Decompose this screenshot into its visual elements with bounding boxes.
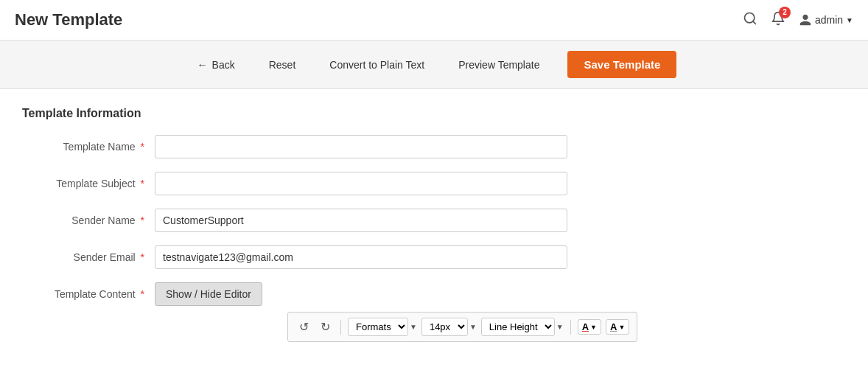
sender-email-label: Sender Email *: [22, 251, 155, 263]
toolbar-separator-1: [340, 320, 341, 335]
line-height-select[interactable]: Line Height: [481, 318, 555, 336]
page-header: New Template 2 admin ▼: [0, 0, 868, 41]
template-subject-input[interactable]: [155, 172, 567, 195]
template-name-input[interactable]: [155, 135, 567, 158]
svg-line-1: [753, 21, 756, 24]
save-button[interactable]: Save Template: [567, 51, 676, 78]
required-star-4: *: [141, 251, 144, 263]
preview-label: Preview Template: [458, 59, 539, 71]
reset-label: Reset: [269, 59, 296, 71]
bg-color-button[interactable]: A ▼: [606, 319, 629, 335]
line-height-chevron-icon: ▼: [556, 323, 564, 331]
required-star-2: *: [141, 178, 144, 189]
required-star: *: [141, 141, 144, 153]
template-content-label: Template Content *: [22, 282, 155, 300]
font-color-button[interactable]: A ▼: [578, 319, 601, 335]
header-actions: 2 admin ▼: [743, 11, 853, 29]
bg-color-chevron-icon: ▼: [618, 324, 625, 331]
toolbar-separator-2: [570, 320, 571, 335]
preview-button[interactable]: Preview Template: [452, 55, 545, 75]
required-star-3: *: [141, 214, 144, 226]
redo-button[interactable]: ↻: [317, 318, 334, 336]
template-name-group: Template Name *: [22, 135, 846, 158]
formats-chevron-icon: ▼: [410, 323, 417, 331]
admin-label-text: admin: [815, 14, 843, 26]
required-star-5: *: [141, 288, 144, 300]
notification-badge: 2: [779, 7, 791, 18]
show-hide-label: Show / Hide Editor: [166, 288, 251, 300]
section-title: Template Information: [22, 107, 846, 120]
convert-label: Convert to Plain Text: [329, 59, 424, 71]
editor-toolbar: ↺ ↻ Formats ▼ 14px ▼ Line Height ▼ A: [287, 312, 637, 342]
action-toolbar: ← Back Reset Convert to Plain Text Previ…: [0, 41, 868, 89]
bg-color-label: A: [610, 321, 617, 332]
template-subject-group: Template Subject *: [22, 172, 846, 195]
undo-button[interactable]: ↺: [295, 318, 312, 336]
reset-button[interactable]: Reset: [263, 55, 302, 75]
sender-name-group: Sender Name *: [22, 209, 846, 232]
main-content: Template Information Template Name * Tem…: [0, 89, 868, 373]
back-arrow-icon: ←: [197, 59, 208, 71]
page-title: New Template: [15, 10, 122, 29]
formats-select[interactable]: Formats: [348, 318, 408, 336]
notification-icon[interactable]: 2: [771, 11, 785, 29]
back-button[interactable]: ← Back: [192, 55, 241, 75]
template-content-group: Template Content * Show / Hide Editor ↺ …: [22, 282, 846, 342]
content-editor-area: Show / Hide Editor ↺ ↻ Formats ▼ 14px ▼ …: [155, 282, 637, 342]
font-color-chevron-icon: ▼: [590, 324, 597, 331]
template-name-label: Template Name *: [22, 141, 155, 153]
chevron-down-icon: ▼: [846, 16, 853, 24]
sender-email-group: Sender Email *: [22, 245, 846, 269]
font-size-select[interactable]: 14px: [421, 318, 468, 336]
admin-menu[interactable]: admin ▼: [799, 13, 853, 27]
sender-email-input[interactable]: [155, 245, 567, 269]
search-icon[interactable]: [743, 11, 757, 29]
sender-name-input[interactable]: [155, 209, 567, 232]
show-hide-editor-button[interactable]: Show / Hide Editor: [155, 282, 262, 306]
sender-name-label: Sender Name *: [22, 214, 155, 226]
back-label: Back: [212, 59, 235, 71]
template-subject-label: Template Subject *: [22, 178, 155, 189]
font-color-label: A: [582, 321, 589, 332]
save-label: Save Template: [584, 58, 660, 71]
convert-button[interactable]: Convert to Plain Text: [323, 55, 430, 75]
size-chevron-icon: ▼: [469, 323, 477, 331]
